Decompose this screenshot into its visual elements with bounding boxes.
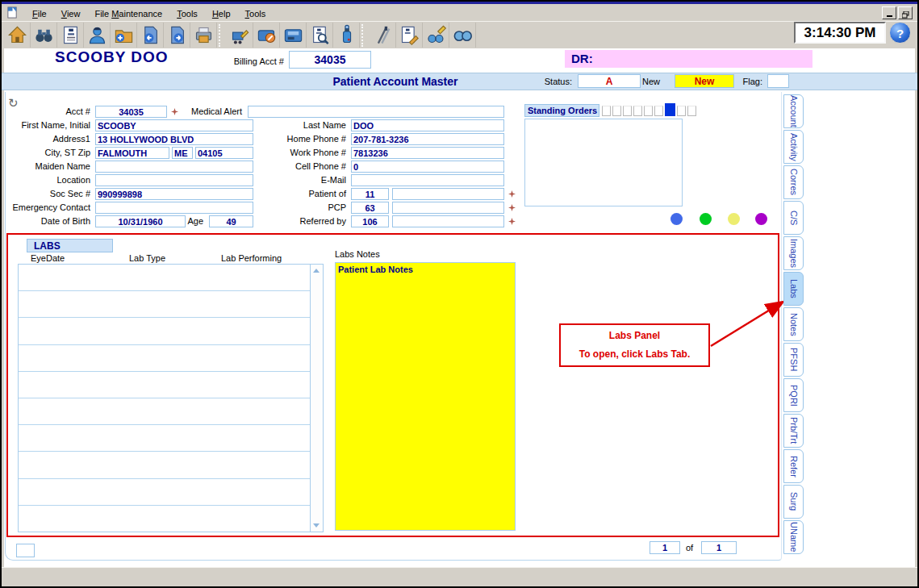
page-number-field[interactable]: 1	[650, 541, 680, 554]
chart-lookup-icon[interactable]	[307, 23, 333, 48]
tab-labs[interactable]: Labs	[783, 272, 804, 306]
standing-order-checkbox-8[interactable]	[677, 106, 686, 116]
restore-button[interactable]	[898, 6, 913, 19]
tab-c-s[interactable]: C/S	[783, 201, 804, 235]
bottom-left-box[interactable]	[16, 544, 35, 557]
home-icon[interactable]	[4, 23, 31, 48]
labs-table-row[interactable]	[19, 479, 311, 506]
emergency-contact-field[interactable]	[95, 202, 253, 214]
patient-of-code-field[interactable]: 11	[351, 188, 389, 200]
city-field[interactable]: FALMOUTH	[95, 147, 169, 159]
tab-corres[interactable]: Corres	[783, 165, 804, 199]
referred-by-code-field[interactable]: 106	[351, 215, 389, 227]
standing-orders-label: Standing Orders	[524, 104, 599, 117]
standing-order-checkbox-6[interactable]	[654, 106, 663, 116]
save-record-icon[interactable]	[280, 23, 307, 48]
previous-record-icon[interactable]	[137, 23, 164, 48]
patient-of-name-field[interactable]	[392, 188, 504, 200]
close-record-icon[interactable]	[253, 23, 280, 48]
menu-file-maintenance[interactable]: File Maintenance	[87, 7, 169, 20]
location-field[interactable]	[95, 174, 253, 186]
tab-images[interactable]: Images	[783, 236, 804, 270]
spectacles-rx-icon[interactable]	[423, 23, 449, 48]
referred-by-name-field[interactable]	[392, 215, 504, 227]
labs-notes-area[interactable]: Patient Lab Notes	[335, 262, 516, 531]
medical-alert-field[interactable]	[248, 106, 504, 118]
pcp-name-field[interactable]	[392, 202, 504, 214]
pharmacy-icon[interactable]	[333, 23, 360, 48]
menu-file[interactable]: File	[25, 7, 54, 20]
flag-field[interactable]	[767, 74, 789, 88]
next-record-icon[interactable]	[164, 23, 190, 48]
standing-orders-list[interactable]	[524, 119, 683, 206]
maiden-name-field[interactable]	[95, 161, 253, 173]
order-entry-icon[interactable]	[227, 23, 253, 48]
tab-prb-trt[interactable]: Prb/Trt	[783, 414, 804, 448]
email-field[interactable]	[351, 174, 504, 186]
billing-acct-field[interactable]: 34035	[289, 51, 371, 69]
minimize-button[interactable]	[882, 6, 896, 19]
find-patient-icon[interactable]	[31, 23, 57, 48]
ssn-label: Soc Sec #	[0, 189, 93, 198]
age-field[interactable]: 49	[209, 215, 253, 227]
labs-table-row[interactable]	[19, 265, 311, 291]
menu-tools[interactable]: Tools	[238, 7, 274, 20]
first-name-field[interactable]: SCOOBY	[95, 119, 253, 131]
work-phone-field[interactable]: 7813236	[351, 147, 504, 159]
state-field[interactable]: ME	[172, 147, 193, 159]
help-button[interactable]: ?	[889, 22, 911, 44]
chart-edit-icon[interactable]	[396, 23, 423, 48]
labs-table-row[interactable]	[19, 318, 311, 344]
scroll-up-icon[interactable]	[313, 269, 320, 273]
zip-field[interactable]: 04105	[195, 147, 253, 159]
tab-pqri[interactable]: PQRI	[783, 378, 804, 412]
tab-notes[interactable]: Notes	[783, 307, 804, 341]
scroll-down-icon[interactable]	[313, 523, 320, 528]
menu-tools[interactable]: Tools	[169, 7, 205, 20]
labs-table-row[interactable]	[19, 452, 311, 478]
cell-phone-field[interactable]: 0	[351, 161, 504, 173]
dr-label: DR:	[571, 52, 593, 65]
standing-order-checkbox-2[interactable]	[612, 106, 621, 116]
standing-order-checkbox-4[interactable]	[633, 106, 642, 116]
tab-surg[interactable]: Surg	[783, 485, 804, 519]
tab-activity[interactable]: Activity	[783, 130, 804, 164]
tab-uname[interactable]: UName	[783, 520, 804, 554]
labs-table-row[interactable]	[19, 345, 311, 372]
doctor-field[interactable]: DR:	[565, 50, 812, 68]
menu-help[interactable]: Help	[205, 7, 238, 20]
medical-alert-label: Medical Alert	[169, 106, 244, 116]
print-icon[interactable]	[190, 23, 217, 48]
labs-table-row[interactable]	[19, 372, 311, 398]
last-name-field[interactable]: DOO	[351, 119, 504, 131]
eye-chart-icon[interactable]	[57, 23, 84, 48]
standing-order-checkbox-7[interactable]	[665, 103, 675, 116]
standing-order-checkbox-9[interactable]	[687, 106, 696, 116]
labs-table-row[interactable]	[19, 398, 311, 425]
status-field[interactable]: A	[578, 74, 641, 88]
standing-order-checkbox-1[interactable]	[602, 106, 611, 116]
labs-table-row[interactable]	[19, 425, 311, 452]
standing-order-checkbox-5[interactable]	[644, 106, 653, 116]
labs-table-row[interactable]	[19, 506, 311, 532]
instruments-icon[interactable]	[370, 23, 396, 48]
page-total-field[interactable]: 1	[701, 541, 737, 554]
ssn-field[interactable]: 990999898	[95, 188, 253, 200]
menu-bar: FileViewFile MaintenanceToolsHelpTools	[2, 4, 917, 21]
home-phone-field[interactable]: 207-781-3236	[351, 133, 504, 145]
dob-field[interactable]: 10/31/1960	[95, 215, 186, 227]
tab-account[interactable]: Account	[783, 94, 804, 128]
contact-lens-icon[interactable]	[449, 23, 476, 48]
pcp-code-field[interactable]: 63	[351, 202, 389, 214]
standing-order-checkbox-3[interactable]	[623, 106, 632, 116]
labs-table-scrollbar[interactable]	[310, 265, 323, 532]
labs-table-row[interactable]	[19, 291, 311, 318]
menu-view[interactable]: View	[54, 7, 88, 20]
patient-icon[interactable]	[84, 23, 111, 48]
tab-refer[interactable]: Refer	[783, 449, 804, 483]
address1-field[interactable]: 13 HOLLYWOOD BLVD	[95, 133, 253, 145]
tab-pfsh[interactable]: PFSH	[783, 343, 804, 377]
acct-field[interactable]: 34035	[95, 106, 167, 118]
labs-table[interactable]	[18, 264, 324, 532]
new-folder-icon[interactable]	[111, 23, 137, 48]
